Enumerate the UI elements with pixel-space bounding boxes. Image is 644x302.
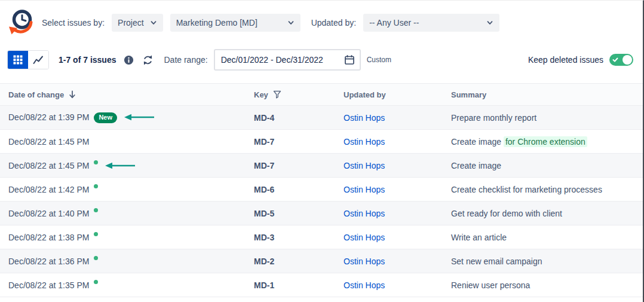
date-range-value[interactable]: [221, 55, 339, 65]
toolbar: 1-7 of 7 issues Date range:: [0, 45, 643, 75]
refresh-button[interactable]: [141, 53, 155, 67]
new-change-dot: [94, 184, 98, 188]
grid-view-button[interactable]: [8, 51, 28, 69]
info-button[interactable]: [122, 54, 135, 66]
table-row: Dec/08/22 at 1:38 PM MD-3 Ostin Hops Wri…: [0, 225, 643, 249]
change-date: Dec/08/22 at 1:45 PM: [8, 161, 89, 170]
summary-cell: Create checklist for marketing processes: [451, 185, 643, 194]
issue-key: MD-7: [254, 137, 344, 147]
summary-text: Get ready for demo with client: [451, 209, 562, 218]
table-row: Dec/08/22 at 1:40 PM MD-5 Ostin Hops Get…: [0, 202, 643, 225]
summary-cell: Create image for Chrome extension: [451, 137, 643, 147]
table-row: Dec/08/22 at 1:45 PM MD-7 Ostin Hops Cre…: [0, 130, 643, 154]
user-dropdown[interactable]: -- Any User --: [363, 14, 499, 32]
issue-key: MD-2: [254, 257, 344, 266]
toggle-check-icon: [612, 57, 618, 63]
table-header: Date of change Key Updated by Summary: [0, 83, 643, 106]
summary-text: Prepare monthly report: [451, 113, 536, 123]
chevron-down-icon: [287, 19, 295, 26]
updated-by-link[interactable]: Ostin Hops: [344, 161, 385, 170]
keep-deleted-label: Keep deleted issues: [528, 55, 603, 65]
updated-by-cell: Ostin Hops: [344, 113, 451, 123]
summary-text: Set new email campaign: [451, 257, 542, 266]
date-of-change-cell: Dec/08/22 at 1:45 PM: [8, 137, 254, 147]
date-of-change-cell: Dec/08/22 at 1:39 PMNew: [8, 112, 254, 123]
filter-icon[interactable]: [273, 90, 281, 99]
new-change-dot: [94, 232, 98, 236]
new-change-dot: [94, 160, 98, 164]
filter-bar: Select issues by: Project Marketing Demo…: [0, 1, 643, 45]
updated-by-cell: Ostin Hops: [344, 161, 451, 170]
summary-cell: Reniew user persona: [451, 280, 643, 290]
change-date: Dec/08/22 at 1:38 PM: [8, 233, 89, 242]
updated-by-link[interactable]: Ostin Hops: [344, 113, 385, 123]
updated-by-link[interactable]: Ostin Hops: [344, 257, 385, 266]
chart-view-button[interactable]: [28, 51, 48, 69]
issue-key: MD-7: [254, 161, 344, 170]
table-body: Dec/08/22 at 1:39 PMNew MD-4 Ostin Hops …: [0, 106, 643, 297]
new-change-dot: [94, 208, 98, 212]
sort-desc-icon[interactable]: [69, 90, 76, 99]
view-toggle: [7, 50, 49, 69]
annotation-arrow-icon: [104, 161, 136, 170]
calendar-icon[interactable]: [344, 54, 355, 65]
info-icon: [124, 55, 134, 65]
date-range-input[interactable]: [214, 49, 361, 71]
issue-key: MD-6: [254, 185, 344, 194]
refresh-icon: [142, 54, 154, 66]
summary-text: Reniew user persona: [451, 280, 530, 290]
updated-by-cell: Ostin Hops: [344, 233, 451, 242]
keep-deleted-toggle[interactable]: [609, 54, 633, 66]
select-by-value: Project: [118, 18, 144, 28]
app-logo: [7, 8, 35, 38]
summary-cell: Get ready for demo with client: [451, 209, 643, 218]
updated-by-link[interactable]: Ostin Hops: [344, 209, 385, 218]
change-date: Dec/08/22 at 1:35 PM: [8, 280, 89, 290]
summary-cell: Set new email campaign: [451, 257, 643, 266]
summary-text: Write an article: [451, 233, 507, 242]
updated-by-link[interactable]: Ostin Hops: [344, 280, 385, 290]
summary-cell: Create image: [451, 161, 643, 170]
date-of-change-cell: Dec/08/22 at 1:36 PM: [8, 256, 254, 266]
updated-by-link[interactable]: Ostin Hops: [344, 185, 385, 194]
updated-by-cell: Ostin Hops: [344, 209, 451, 218]
issue-key: MD-3: [254, 233, 344, 242]
change-date: Dec/08/22 at 1:45 PM: [8, 137, 89, 147]
column-date-of-change[interactable]: Date of change: [8, 90, 254, 99]
date-of-change-cell: Dec/08/22 at 1:45 PM: [8, 160, 254, 170]
updated-by-link[interactable]: Ostin Hops: [344, 233, 385, 242]
change-date: Dec/08/22 at 1:40 PM: [8, 209, 89, 218]
summary-cell: Write an article: [451, 233, 643, 242]
column-key: Key: [254, 90, 344, 99]
updated-by-label: Updated by:: [311, 18, 357, 28]
date-of-change-cell: Dec/08/22 at 1:40 PM: [8, 208, 254, 218]
date-of-change-cell: Dec/08/22 at 1:42 PM: [8, 184, 254, 194]
grid-icon: [13, 55, 23, 65]
inserted-text-highlight: for Chrome extension: [504, 136, 587, 147]
select-by-dropdown[interactable]: Project: [112, 14, 163, 32]
column-label: Key: [254, 90, 268, 99]
updated-by-cell: Ostin Hops: [344, 280, 451, 290]
user-value: -- Any User --: [369, 18, 419, 28]
updated-by-link[interactable]: Ostin Hops: [344, 137, 385, 147]
column-updated-by: Updated by: [344, 90, 451, 99]
summary-cell: Prepare monthly report: [451, 113, 643, 123]
change-date: Dec/08/22 at 1:39 PM: [8, 112, 89, 122]
issue-history-table: Date of change Key Updated by Summary: [0, 83, 643, 297]
summary-text: Create image: [451, 137, 504, 147]
column-label: Updated by: [344, 90, 386, 99]
issue-history-app: Select issues by: Project Marketing Demo…: [0, 0, 644, 302]
column-label: Date of change: [8, 90, 64, 99]
change-date: Dec/08/22 at 1:36 PM: [8, 257, 89, 266]
issue-key: MD-1: [254, 280, 344, 290]
chart-icon: [33, 55, 44, 65]
column-summary: Summary: [451, 90, 643, 99]
new-change-dot: [94, 256, 98, 260]
range-type-label: Custom: [367, 56, 391, 64]
table-row: Dec/08/22 at 1:35 PM MD-1 Ostin Hops Ren…: [0, 273, 643, 297]
table-row: Dec/08/22 at 1:36 PM MD-2 Ostin Hops Set…: [0, 249, 643, 273]
project-dropdown[interactable]: Marketing Demo [MD]: [170, 14, 300, 32]
issue-key: MD-5: [254, 209, 344, 218]
date-range-label: Date range:: [164, 55, 208, 65]
table-row: Dec/08/22 at 1:45 PM MD-7 Ostin Hops Cre…: [0, 154, 643, 178]
